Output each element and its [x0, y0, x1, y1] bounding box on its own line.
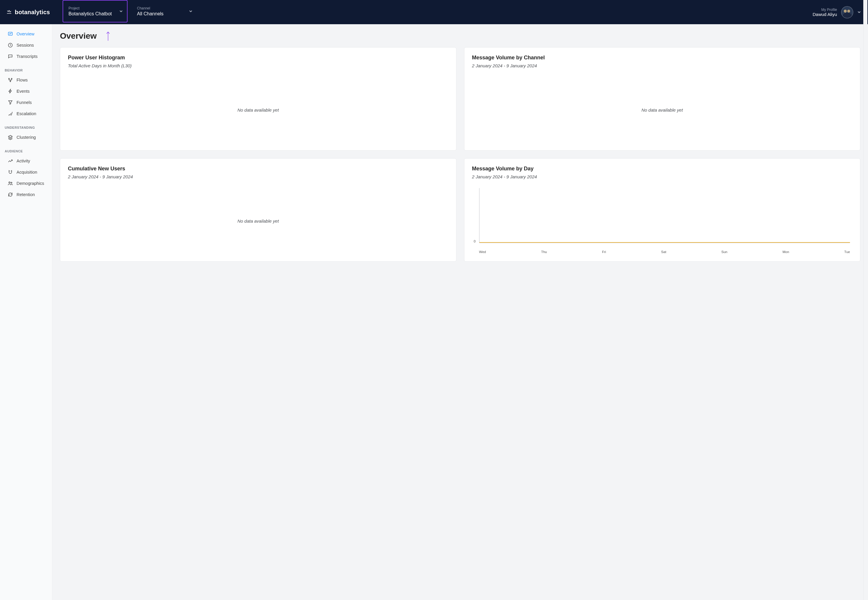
- channel-selector-value: All Channels: [137, 11, 182, 17]
- sidebar-item-label: Demographics: [17, 181, 44, 186]
- sidebar-group-audience: AUDIENCE: [0, 143, 52, 155]
- card-subtitle: 2 January 2024 - 9 January 2024: [68, 174, 448, 179]
- sidebar-item-retention[interactable]: Retention: [0, 189, 52, 200]
- sidebar-item-label: Overview: [17, 32, 34, 36]
- card-subtitle: 2 January 2024 - 9 January 2024: [472, 174, 853, 179]
- sidebar-item-label: Retention: [17, 192, 35, 197]
- profile-label: My Profile: [812, 8, 837, 12]
- card-title: Message Volume by Day: [472, 166, 853, 172]
- card-message-volume-channel: Message Volume by Channel 2 January 2024…: [464, 47, 860, 151]
- chevron-down-icon: [119, 9, 123, 13]
- sidebar-item-clustering[interactable]: Clustering: [0, 132, 52, 143]
- x-tick-label: Tue: [844, 250, 850, 254]
- refresh-icon: [8, 192, 13, 197]
- sidebar-item-label: Events: [17, 89, 30, 94]
- card-title: Power User Histogram: [68, 55, 448, 61]
- escalation-icon: [8, 111, 13, 116]
- flow-icon: [8, 77, 13, 83]
- chart-series-line: [479, 242, 850, 243]
- brand-logo[interactable]: botanalytics: [6, 9, 54, 16]
- card-cumulative-new-users: Cumulative New Users 2 January 2024 - 9 …: [60, 158, 456, 262]
- sidebar-item-flows[interactable]: Flows: [0, 74, 52, 86]
- empty-state: No data available yet: [68, 182, 448, 254]
- brand-icon: [6, 9, 12, 15]
- channel-selector[interactable]: Channel All Channels: [132, 0, 197, 23]
- x-tick-label: Sun: [721, 250, 727, 254]
- top-bar: botanalytics Project Botanalytics Chatbo…: [0, 0, 868, 24]
- profile-name: Dawud Aliyu: [812, 12, 837, 17]
- brand-name: botanalytics: [15, 9, 50, 16]
- sidebar-group-understanding: UNDERSTANDING: [0, 119, 52, 132]
- x-tick-label: Mon: [782, 250, 789, 254]
- arrow-up-icon: [106, 31, 111, 41]
- sidebar-group-behavior: BEHAVIOR: [0, 62, 52, 74]
- card-title: Cumulative New Users: [68, 166, 448, 172]
- sidebar-item-label: Activity: [17, 159, 30, 163]
- sidebar-item-overview[interactable]: Overview: [0, 28, 52, 39]
- sidebar-item-escalation[interactable]: Escalation: [0, 108, 52, 119]
- sidebar: Overview Sessions Transcripts BEHAVIOR F…: [0, 24, 52, 600]
- sidebar-item-label: Transcripts: [17, 54, 38, 59]
- chevron-down-icon: [189, 9, 192, 13]
- card-title: Message Volume by Channel: [472, 55, 853, 61]
- sidebar-item-acquisition[interactable]: Acquisition: [0, 167, 52, 178]
- sidebar-item-funnels[interactable]: Funnels: [0, 97, 52, 108]
- x-tick-label: Thu: [541, 250, 547, 254]
- chart-plot-area: [479, 188, 850, 243]
- empty-state: No data available yet: [472, 71, 853, 142]
- chevron-down-icon: [857, 10, 861, 14]
- scrollbar[interactable]: [863, 0, 867, 600]
- clock-icon: [8, 42, 13, 48]
- svg-point-3: [11, 78, 12, 79]
- svg-point-4: [10, 81, 11, 82]
- project-selector[interactable]: Project Botanalytics Chatbot: [62, 0, 127, 23]
- sidebar-item-sessions[interactable]: Sessions: [0, 39, 52, 51]
- sidebar-item-demographics[interactable]: Demographics: [0, 178, 52, 189]
- svg-point-2: [9, 78, 9, 79]
- x-tick-label: Sat: [661, 250, 666, 254]
- card-subtitle: 2 January 2024 - 9 January 2024: [472, 63, 853, 68]
- top-selectors: Project Botanalytics Chatbot Channel All…: [62, 0, 197, 24]
- dashboard-icon: [8, 31, 13, 36]
- page-title-text: Overview: [60, 31, 97, 41]
- sidebar-item-label: Funnels: [17, 100, 32, 105]
- magnet-icon: [8, 170, 13, 175]
- sidebar-item-events[interactable]: Events: [0, 86, 52, 97]
- page-title: Overview: [60, 31, 860, 41]
- bolt-icon: [8, 89, 13, 94]
- card-subtitle: Total Active Days in Month (L30): [68, 63, 448, 68]
- channel-selector-label: Channel: [137, 6, 182, 10]
- card-power-user-histogram: Power User Histogram Total Active Days i…: [60, 47, 456, 151]
- card-message-volume-day: Message Volume by Day 2 January 2024 - 9…: [464, 158, 860, 262]
- main-content: Overview Power User Histogram Total Acti…: [52, 24, 868, 600]
- project-selector-label: Project: [68, 6, 112, 10]
- empty-state: No data available yet: [68, 71, 448, 142]
- avatar: [841, 6, 853, 18]
- project-selector-value: Botanalytics Chatbot: [68, 11, 112, 17]
- layers-icon: [8, 135, 13, 140]
- sidebar-item-label: Escalation: [17, 111, 36, 116]
- x-tick-label: Fri: [602, 250, 606, 254]
- chart-x-axis: Wed Thu Fri Sat Sun Mon Tue: [479, 250, 850, 254]
- y-tick-label: 0: [474, 239, 476, 243]
- sidebar-item-activity[interactable]: Activity: [0, 155, 52, 167]
- svg-point-5: [9, 182, 10, 183]
- sidebar-item-label: Acquisition: [17, 170, 37, 174]
- funnel-icon: [8, 100, 13, 105]
- sidebar-item-label: Sessions: [17, 43, 34, 47]
- sidebar-item-transcripts[interactable]: Transcripts: [0, 51, 52, 62]
- users-icon: [8, 181, 13, 186]
- svg-point-6: [11, 182, 12, 183]
- profile-menu[interactable]: My Profile Dawud Aliyu: [812, 6, 863, 18]
- chart: 0 Wed Thu Fri Sat Sun Mon Tue: [472, 182, 853, 254]
- sidebar-item-label: Clustering: [17, 135, 36, 140]
- trend-icon: [8, 158, 13, 164]
- chat-icon: [8, 54, 13, 59]
- sidebar-item-label: Flows: [17, 78, 28, 82]
- x-tick-label: Wed: [479, 250, 486, 254]
